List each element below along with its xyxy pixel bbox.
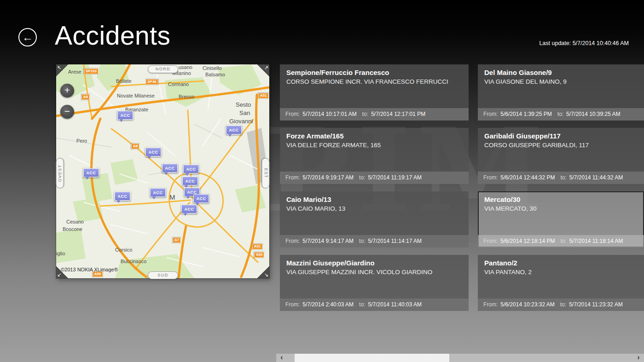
from-label: From: bbox=[483, 299, 498, 311]
accident-marker[interactable]: ACC bbox=[117, 111, 133, 120]
accident-title: Garibaldi Giuseppe/117 bbox=[478, 128, 644, 140]
to-value: 5/7/2014 11:40:03 AM bbox=[368, 299, 422, 311]
accident-title: Del Maino Giasone/9 bbox=[478, 64, 644, 76]
accident-card[interactable]: Sempione/Ferruccio FrancescoCORSO SEMPIO… bbox=[280, 64, 469, 121]
accident-marker[interactable]: ACC bbox=[145, 148, 162, 157]
accident-card[interactable]: Del Maino Giasone/9VIA GIASONE DEL MAINO… bbox=[478, 64, 644, 121]
from-label: From: bbox=[483, 172, 498, 184]
pan-west-button[interactable]: OVEST bbox=[56, 158, 64, 189]
back-button[interactable]: ← bbox=[18, 28, 37, 46]
from-value: 5/6/2014 1:39:25 PM bbox=[500, 108, 551, 121]
accident-column: Del Maino Giasone/9VIA GIASONE DEL MAINO… bbox=[478, 64, 644, 311]
to-label: to: bbox=[359, 172, 365, 184]
zoom-out-button[interactable]: − bbox=[60, 105, 74, 119]
accident-times: From:5/6/2014 1:39:25 PMto:5/7/2014 10:3… bbox=[478, 108, 644, 121]
arrow-northeast-icon: ↗ bbox=[264, 65, 268, 70]
from-value: 5/7/2014 10:17:01 AM bbox=[302, 108, 356, 121]
accident-card[interactable]: Forze Armate/165VIA DELLE FORZE ARMATE, … bbox=[280, 128, 469, 184]
horizontal-scrollbar[interactable]: ‹ › bbox=[276, 354, 644, 362]
to-value: 5/7/2014 11:18:14 AM bbox=[569, 235, 623, 247]
map-copyright: ©2013 NOKIA XLimage® bbox=[61, 267, 118, 272]
accident-address: CORSO GIUSEPPE GARIBALDI, 117 bbox=[478, 140, 644, 149]
accident-marker[interactable]: ACC bbox=[226, 126, 242, 135]
accident-marker[interactable]: ACC bbox=[115, 192, 131, 201]
to-label: to: bbox=[560, 172, 566, 184]
scroll-right-button[interactable]: › bbox=[633, 354, 644, 362]
scroll-thumb[interactable] bbox=[295, 354, 449, 362]
accident-marker[interactable]: ACC bbox=[162, 164, 178, 173]
pan-northeast-button[interactable]: ↗ bbox=[257, 64, 269, 76]
accident-card[interactable]: Mazzini Giuseppe/GiardinoVIA GIUSEPPE MA… bbox=[280, 255, 469, 311]
accidents-app: ← Accidents Last update: 5/7/2014 10:40:… bbox=[0, 0, 644, 362]
accident-address: VIA GIUSEPPE MAZZINI INCR. VICOLO GIARDI… bbox=[280, 267, 469, 276]
pan-southeast-button[interactable]: ↘ bbox=[257, 266, 269, 278]
accident-address: VIA CAIO MARIO, 13 bbox=[280, 203, 469, 212]
accident-times: From:5/7/2014 10:17:01 AMto:5/7/2014 12:… bbox=[280, 108, 469, 121]
accident-address: VIA GIASONE DEL MAINO, 9 bbox=[478, 76, 644, 85]
to-value: 5/7/2014 10:39:25 AM bbox=[566, 108, 620, 121]
pan-southwest-button[interactable]: ↙ bbox=[56, 266, 68, 278]
arrow-southwest-icon: ↙ bbox=[57, 272, 61, 277]
to-label: to: bbox=[359, 299, 365, 311]
from-value: 5/6/2014 12:44:32 PM bbox=[500, 172, 555, 184]
accident-title: Caio Mario/13 bbox=[280, 191, 469, 203]
accident-marker[interactable]: ACC bbox=[150, 188, 166, 197]
accident-title: Mercato/30 bbox=[478, 191, 644, 203]
accident-list: Sempione/Ferruccio FrancescoCORSO SEMPIO… bbox=[280, 64, 644, 311]
to-label: to: bbox=[557, 108, 563, 121]
accident-card[interactable]: Pantano/2VIA PANTANO, 2From:5/6/2014 10:… bbox=[478, 255, 644, 311]
to-label: to: bbox=[560, 235, 566, 247]
accident-address: VIA PANTANO, 2 bbox=[478, 267, 644, 276]
accident-address: CORSO SEMPIONE INCR. VIA FRANCESCO FERRU… bbox=[280, 76, 469, 85]
accidents-map[interactable]: AreseusanoCiniselloMilaninoBalsamoBollat… bbox=[56, 64, 269, 278]
accident-times: From:5/6/2014 10:23:32 AMto:5/7/2014 11:… bbox=[478, 299, 644, 311]
from-value: 5/6/2014 12:18:14 PM bbox=[500, 235, 555, 247]
accident-marker[interactable]: ACC bbox=[181, 205, 197, 214]
accident-title: Pantano/2 bbox=[478, 255, 644, 267]
accident-times: From:5/6/2014 12:18:14 PMto:5/7/2014 11:… bbox=[478, 235, 644, 247]
scroll-left-button[interactable]: ‹ bbox=[276, 354, 287, 362]
accident-column: Sempione/Ferruccio FrancescoCORSO SEMPIO… bbox=[280, 64, 469, 311]
pan-north-button[interactable]: NORD bbox=[148, 65, 178, 73]
accident-title: Mazzini Giuseppe/Giardino bbox=[280, 255, 469, 267]
to-value: 5/7/2014 11:19:17 AM bbox=[368, 172, 422, 184]
to-label: to: bbox=[362, 108, 368, 121]
from-label: From: bbox=[483, 108, 498, 121]
accident-card[interactable]: Caio Mario/13VIA CAIO MARIO, 13From:5/7/… bbox=[280, 191, 469, 247]
accident-times: From:5/7/2014 9:14:17 AMto:5/7/2014 11:1… bbox=[280, 235, 469, 247]
to-label: to: bbox=[560, 299, 566, 311]
from-label: From: bbox=[285, 299, 300, 311]
pan-northwest-button[interactable]: ↖ bbox=[56, 64, 68, 76]
accident-marker[interactable]: ACC bbox=[83, 168, 99, 178]
from-value: 5/7/2014 9:19:17 AM bbox=[302, 172, 354, 184]
arrow-southeast-icon: ↘ bbox=[264, 272, 268, 277]
to-value: 5/7/2014 12:17:01 PM bbox=[371, 108, 425, 121]
accident-marker[interactable]: ACC bbox=[193, 194, 209, 203]
from-value: 5/6/2014 10:23:32 AM bbox=[500, 299, 554, 311]
accident-card[interactable]: Mercato/30VIA MERCATO, 30From:5/6/2014 1… bbox=[478, 191, 644, 247]
accident-marker[interactable]: ACC bbox=[183, 165, 199, 174]
pan-south-button[interactable]: SUD bbox=[148, 271, 178, 279]
zoom-in-button[interactable]: + bbox=[60, 84, 74, 98]
back-arrow-icon: ← bbox=[19, 29, 36, 46]
from-label: From: bbox=[285, 235, 300, 247]
accident-times: From:5/7/2014 9:19:17 AMto:5/7/2014 11:1… bbox=[280, 172, 469, 184]
page-title: Accidents bbox=[55, 20, 171, 51]
from-label: From: bbox=[285, 172, 300, 184]
to-value: 5/7/2014 11:23:32 AM bbox=[569, 299, 623, 311]
last-update-text: Last update: 5/7/2014 10:40:46 AM bbox=[539, 40, 629, 46]
arrow-northwest-icon: ↖ bbox=[57, 65, 61, 70]
accident-title: Sempione/Ferruccio Francesco bbox=[280, 64, 469, 76]
accident-marker[interactable]: ACC bbox=[182, 177, 198, 186]
to-value: 5/7/2014 11:14:17 AM bbox=[368, 235, 422, 247]
accident-address: VIA MERCATO, 30 bbox=[478, 203, 644, 212]
accident-address: VIA DELLE FORZE ARMATE, 165 bbox=[280, 140, 469, 149]
accident-title: Forze Armate/165 bbox=[280, 128, 469, 140]
pan-east-button[interactable]: EST bbox=[262, 158, 270, 189]
accident-card[interactable]: Garibaldi Giuseppe/117CORSO GIUSEPPE GAR… bbox=[478, 128, 644, 184]
to-label: to: bbox=[359, 235, 365, 247]
from-value: 5/7/2014 9:14:17 AM bbox=[302, 235, 354, 247]
from-label: From: bbox=[483, 235, 498, 247]
accident-times: From:5/7/2014 2:40:03 AMto:5/7/2014 11:4… bbox=[280, 299, 469, 311]
accident-times: From:5/6/2014 12:44:32 PMto:5/7/2014 11:… bbox=[478, 172, 644, 184]
